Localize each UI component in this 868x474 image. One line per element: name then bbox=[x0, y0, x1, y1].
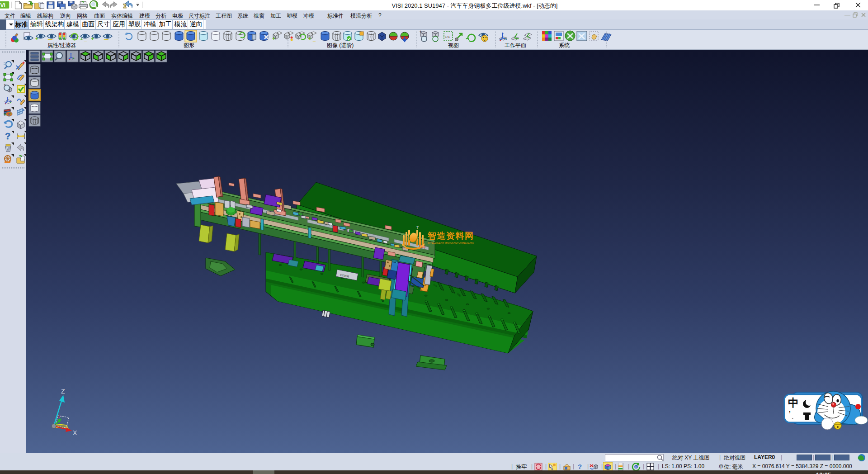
svg-text:_: _ bbox=[84, 37, 87, 42]
svg-text:系统: 系统 bbox=[559, 42, 570, 48]
svg-text:+: + bbox=[35, 36, 38, 42]
svg-text:?: ? bbox=[5, 131, 10, 141]
svg-text:INTELLIGENT MANUFACTURING DATA: INTELLIGENT MANUFACTURING DATA bbox=[428, 242, 474, 244]
svg-text:。: 。 bbox=[792, 414, 796, 419]
svg-text:智造资料网: 智造资料网 bbox=[427, 231, 474, 241]
svg-text:属性/过滤器: 属性/过滤器 bbox=[47, 42, 76, 48]
svg-text:+: + bbox=[80, 36, 83, 42]
svg-text:7: 7 bbox=[416, 225, 419, 230]
svg-text:+: + bbox=[308, 36, 311, 41]
svg-text:图形: 图形 bbox=[184, 42, 194, 48]
svg-text:+: + bbox=[91, 36, 94, 42]
svg-text:+: + bbox=[272, 35, 275, 42]
svg-text:’: ’ bbox=[789, 410, 791, 417]
svg-text:_: _ bbox=[312, 36, 316, 42]
svg-text:—: — bbox=[48, 37, 52, 42]
svg-text:X: X bbox=[73, 429, 77, 436]
svg-text:视图: 视图 bbox=[448, 42, 459, 48]
svg-text:中: 中 bbox=[788, 397, 799, 409]
svg-text:1:1: 1:1 bbox=[445, 35, 450, 39]
svg-text:+: + bbox=[4, 83, 6, 87]
svg-text:+: + bbox=[420, 30, 422, 34]
svg-text:Vi: Vi bbox=[0, 2, 5, 9]
svg-text:Z: Z bbox=[61, 388, 65, 395]
svg-text:—: — bbox=[104, 37, 108, 42]
svg-text:Y: Y bbox=[58, 415, 61, 419]
svg-text:图像 (进阶): 图像 (进阶) bbox=[327, 42, 354, 48]
svg-text:工作平面: 工作平面 bbox=[505, 42, 526, 48]
